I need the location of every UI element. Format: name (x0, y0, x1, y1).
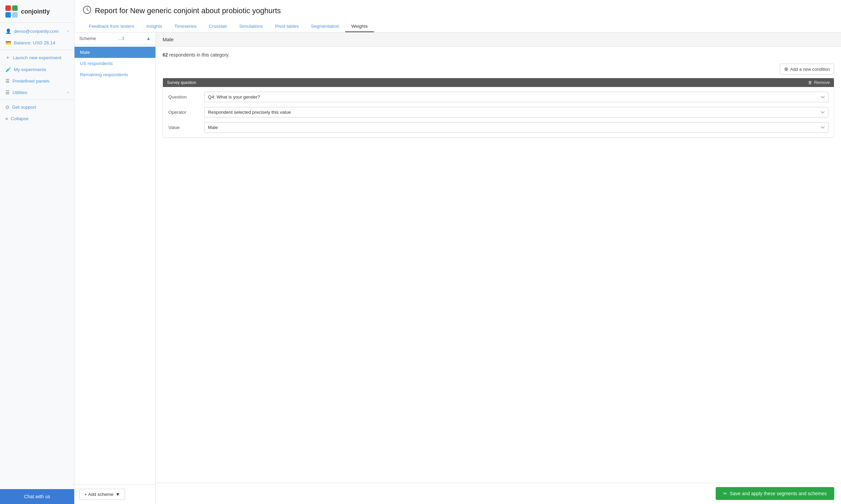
chat-label: Chat with us (24, 494, 50, 499)
remove-label: Remove (814, 80, 830, 85)
sidebar-item-panels-label: Predefined panels (13, 78, 50, 84)
footer-bar: ✂ Save and apply these segments and sche… (156, 483, 841, 504)
svg-rect-3 (12, 12, 18, 18)
segment-details-panel: Male 62 respondents in this category. ⊕ … (156, 33, 841, 504)
value-select[interactable]: Male (204, 122, 828, 133)
scheme-bottom: + Add scheme ▼ (74, 484, 156, 504)
sidebar-item-panels[interactable]: ☰ Predefined panels (0, 75, 74, 87)
sidebar-logo: conjointly (0, 0, 74, 23)
value-label: Value (168, 125, 199, 130)
content-area: Scheme ...3 ▲ Male US respondents Remain… (74, 33, 841, 504)
survey-question-badge: Survey question (167, 80, 196, 85)
tab-weights[interactable]: Weights (345, 21, 374, 32)
respondent-number: 62 (162, 52, 168, 57)
sidebar-item-balance-label: Balance: USD 26.14 (14, 40, 55, 46)
question-label: Question (168, 94, 199, 100)
save-icon: ✂ (723, 491, 727, 496)
page-header: Report for New generic conjoint about pr… (74, 0, 841, 33)
segment-body: 62 respondents in this category. ⊕ Add a… (156, 47, 841, 483)
svg-rect-0 (5, 5, 11, 11)
sidebar-item-utilities[interactable]: ☰ Utilities ‹ (0, 87, 74, 98)
survey-question-block: Survey question 🗑 Remove Question Q4: Wh… (162, 78, 834, 138)
flask-icon: 🧪 (5, 67, 11, 72)
chevron-icon: ‹ (67, 29, 69, 34)
survey-question-label-bar: Survey question 🗑 Remove (163, 78, 834, 87)
sidebar-item-launch-label: Launch new experiment (13, 55, 61, 60)
tab-insights[interactable]: Insights (140, 21, 168, 32)
support-icon: ⊙ (5, 104, 10, 110)
add-condition-label: Add a new condition (790, 67, 830, 72)
respondent-count: 62 respondents in this category. (162, 52, 834, 57)
tab-timeseries[interactable]: Timeseries (168, 21, 203, 32)
scheme-nav: Male US respondents Remaining respondent… (74, 45, 156, 82)
sidebar-divider-2 (0, 100, 74, 100)
segment-title: Male (162, 37, 174, 42)
trash-icon: 🗑 (808, 80, 812, 85)
remove-button[interactable]: 🗑 Remove (808, 80, 830, 85)
question-field-row: Question Q4: What is your gender? (168, 92, 828, 102)
scheme-header[interactable]: Scheme ...3 ▲ (74, 33, 156, 45)
report-icon (83, 5, 91, 16)
sidebar-item-support[interactable]: ⊙ Get support (0, 101, 74, 113)
condition-header-row: ⊕ Add a new condition (162, 64, 834, 74)
save-label: Save and apply these segments and scheme… (730, 491, 827, 496)
save-apply-button[interactable]: ✂ Save and apply these segments and sche… (716, 487, 834, 500)
panel-icon: ☰ (5, 78, 10, 84)
value-field-row: Value Male (168, 122, 828, 133)
scheme-nav-item-us[interactable]: US respondents (74, 58, 156, 69)
main-panel: Report for New generic conjoint about pr… (74, 0, 841, 504)
utilities-chevron-icon: ‹ (67, 90, 69, 95)
tab-simulations[interactable]: Simulations (233, 21, 269, 32)
scheme-panel: Scheme ...3 ▲ Male US respondents Remain… (74, 33, 156, 504)
add-condition-button[interactable]: ⊕ Add a new condition (780, 64, 834, 74)
operator-label: Operator (168, 110, 199, 115)
sidebar-item-user-label: demo@conjointly.com (14, 29, 58, 34)
svg-rect-2 (5, 12, 11, 18)
conjointly-logo-icon (5, 5, 18, 18)
collapse-icon: « (5, 116, 8, 121)
page-title-row: Report for New generic conjoint about pr… (83, 5, 833, 16)
sidebar-item-collapse[interactable]: « Collapse (0, 113, 74, 124)
balance-icon: 💳 (5, 40, 11, 46)
plus-icon: ＋ (5, 54, 10, 60)
scheme-count: ...3 (118, 36, 124, 41)
tabs-row: Feedback from testers Insights Timeserie… (83, 21, 833, 32)
add-scheme-button[interactable]: + Add scheme ▼ (79, 489, 125, 500)
sidebar: conjointly 👤 demo@conjointly.com ‹ 💳 Bal… (0, 0, 74, 504)
sidebar-divider-1 (0, 50, 74, 50)
tab-segmentation[interactable]: Segmentation (305, 21, 345, 32)
sidebar-item-launch[interactable]: ＋ Launch new experiment (0, 51, 74, 64)
page-title: Report for New generic conjoint about pr… (95, 6, 281, 15)
sidebar-logo-text: conjointly (21, 8, 50, 15)
respondent-label: respondents in this category. (169, 52, 229, 57)
add-scheme-label: + Add scheme (84, 492, 113, 497)
tab-crosstab[interactable]: Crosstab (203, 21, 233, 32)
scheme-chevron-icon: ▲ (146, 36, 151, 41)
scheme-nav-item-remaining[interactable]: Remaining respondents (74, 69, 156, 80)
scheme-label: Scheme (79, 36, 96, 41)
sidebar-nav: 👤 demo@conjointly.com ‹ 💳 Balance: USD 2… (0, 23, 74, 489)
chat-with-us-button[interactable]: Chat with us (0, 489, 74, 504)
sidebar-item-utilities-label: Utilities (13, 90, 28, 95)
segment-title-bar: Male (156, 33, 841, 47)
sidebar-item-collapse-label: Collapse (11, 116, 29, 121)
operator-select[interactable]: Respondent selected precisely this value (204, 107, 828, 118)
add-icon: ⊕ (784, 66, 788, 72)
add-scheme-chevron-icon: ▼ (116, 492, 120, 497)
user-icon: 👤 (5, 29, 11, 34)
utilities-icon: ☰ (5, 90, 10, 95)
question-select[interactable]: Q4: What is your gender? (204, 92, 828, 102)
tab-feedback[interactable]: Feedback from testers (83, 21, 140, 32)
operator-field-row: Operator Respondent selected precisely t… (168, 107, 828, 118)
scheme-nav-item-male[interactable]: Male (74, 47, 156, 58)
sidebar-item-balance[interactable]: 💳 Balance: USD 26.14 (0, 37, 74, 49)
sidebar-item-experiments-label: My experiments (14, 67, 46, 72)
survey-question-fields: Question Q4: What is your gender? Operat… (163, 87, 834, 138)
sidebar-item-support-label: Get support (12, 105, 36, 110)
svg-rect-1 (12, 5, 18, 11)
sidebar-item-experiments[interactable]: 🧪 My experiments (0, 64, 74, 75)
tab-pivot[interactable]: Pivot tables (269, 21, 305, 32)
sidebar-item-user[interactable]: 👤 demo@conjointly.com ‹ (0, 25, 74, 37)
